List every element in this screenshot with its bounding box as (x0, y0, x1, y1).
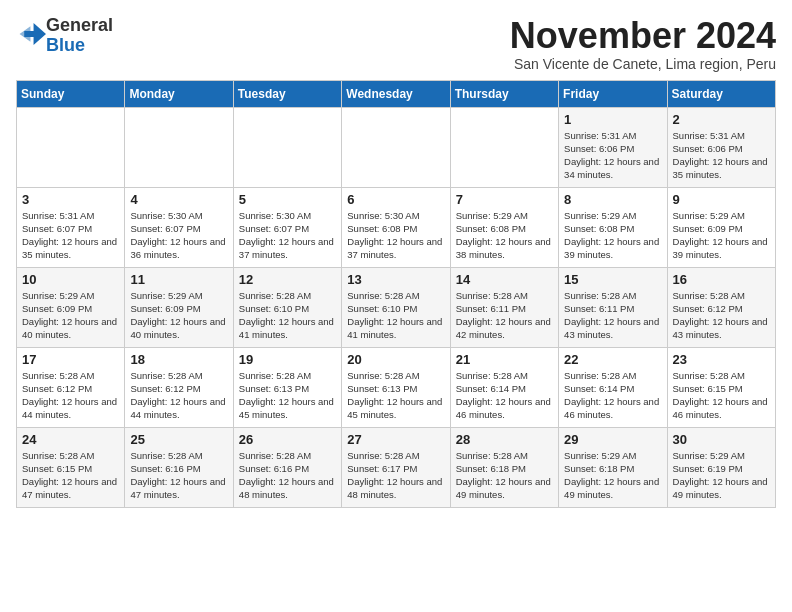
day-info: Sunrise: 5:28 AM Sunset: 6:12 PM Dayligh… (130, 369, 227, 422)
day-number: 22 (564, 352, 661, 367)
calendar-cell: 25Sunrise: 5:28 AM Sunset: 6:16 PM Dayli… (125, 427, 233, 507)
day-info: Sunrise: 5:29 AM Sunset: 6:18 PM Dayligh… (564, 449, 661, 502)
calendar-cell: 3Sunrise: 5:31 AM Sunset: 6:07 PM Daylig… (17, 187, 125, 267)
week-row-4: 17Sunrise: 5:28 AM Sunset: 6:12 PM Dayli… (17, 347, 776, 427)
weekday-header-wednesday: Wednesday (342, 80, 450, 107)
day-info: Sunrise: 5:29 AM Sunset: 6:09 PM Dayligh… (673, 209, 770, 262)
day-number: 19 (239, 352, 336, 367)
day-number: 30 (673, 432, 770, 447)
day-info: Sunrise: 5:28 AM Sunset: 6:18 PM Dayligh… (456, 449, 553, 502)
calendar-cell (125, 107, 233, 187)
day-info: Sunrise: 5:28 AM Sunset: 6:16 PM Dayligh… (130, 449, 227, 502)
calendar-cell (233, 107, 341, 187)
calendar-cell: 20Sunrise: 5:28 AM Sunset: 6:13 PM Dayli… (342, 347, 450, 427)
day-number: 1 (564, 112, 661, 127)
day-info: Sunrise: 5:28 AM Sunset: 6:14 PM Dayligh… (456, 369, 553, 422)
day-info: Sunrise: 5:28 AM Sunset: 6:12 PM Dayligh… (673, 289, 770, 342)
day-number: 8 (564, 192, 661, 207)
day-info: Sunrise: 5:30 AM Sunset: 6:07 PM Dayligh… (239, 209, 336, 262)
day-number: 17 (22, 352, 119, 367)
logo-icon (18, 20, 46, 48)
day-info: Sunrise: 5:28 AM Sunset: 6:10 PM Dayligh… (347, 289, 444, 342)
day-number: 5 (239, 192, 336, 207)
calendar-cell: 9Sunrise: 5:29 AM Sunset: 6:09 PM Daylig… (667, 187, 775, 267)
day-number: 7 (456, 192, 553, 207)
day-number: 18 (130, 352, 227, 367)
logo: General Blue (16, 16, 113, 56)
day-number: 6 (347, 192, 444, 207)
day-number: 26 (239, 432, 336, 447)
day-number: 12 (239, 272, 336, 287)
logo-blue-text: Blue (46, 35, 85, 55)
calendar-cell: 26Sunrise: 5:28 AM Sunset: 6:16 PM Dayli… (233, 427, 341, 507)
calendar-cell: 6Sunrise: 5:30 AM Sunset: 6:08 PM Daylig… (342, 187, 450, 267)
day-number: 20 (347, 352, 444, 367)
calendar-cell: 10Sunrise: 5:29 AM Sunset: 6:09 PM Dayli… (17, 267, 125, 347)
week-row-1: 1Sunrise: 5:31 AM Sunset: 6:06 PM Daylig… (17, 107, 776, 187)
calendar-cell: 30Sunrise: 5:29 AM Sunset: 6:19 PM Dayli… (667, 427, 775, 507)
day-info: Sunrise: 5:29 AM Sunset: 6:09 PM Dayligh… (22, 289, 119, 342)
day-info: Sunrise: 5:31 AM Sunset: 6:06 PM Dayligh… (673, 129, 770, 182)
day-info: Sunrise: 5:28 AM Sunset: 6:11 PM Dayligh… (456, 289, 553, 342)
calendar-cell (342, 107, 450, 187)
day-number: 2 (673, 112, 770, 127)
page-header: General Blue November 2024 San Vicente d… (16, 16, 776, 72)
calendar-cell: 2Sunrise: 5:31 AM Sunset: 6:06 PM Daylig… (667, 107, 775, 187)
calendar-cell: 23Sunrise: 5:28 AM Sunset: 6:15 PM Dayli… (667, 347, 775, 427)
day-info: Sunrise: 5:28 AM Sunset: 6:11 PM Dayligh… (564, 289, 661, 342)
day-number: 28 (456, 432, 553, 447)
day-number: 3 (22, 192, 119, 207)
calendar-cell: 18Sunrise: 5:28 AM Sunset: 6:12 PM Dayli… (125, 347, 233, 427)
calendar-cell: 8Sunrise: 5:29 AM Sunset: 6:08 PM Daylig… (559, 187, 667, 267)
day-info: Sunrise: 5:29 AM Sunset: 6:08 PM Dayligh… (564, 209, 661, 262)
calendar-cell: 13Sunrise: 5:28 AM Sunset: 6:10 PM Dayli… (342, 267, 450, 347)
day-info: Sunrise: 5:31 AM Sunset: 6:06 PM Dayligh… (564, 129, 661, 182)
day-info: Sunrise: 5:29 AM Sunset: 6:19 PM Dayligh… (673, 449, 770, 502)
day-info: Sunrise: 5:29 AM Sunset: 6:09 PM Dayligh… (130, 289, 227, 342)
calendar-cell: 12Sunrise: 5:28 AM Sunset: 6:10 PM Dayli… (233, 267, 341, 347)
location-subtitle: San Vicente de Canete, Lima region, Peru (510, 56, 776, 72)
calendar-cell (17, 107, 125, 187)
weekday-header-tuesday: Tuesday (233, 80, 341, 107)
calendar-cell: 15Sunrise: 5:28 AM Sunset: 6:11 PM Dayli… (559, 267, 667, 347)
day-info: Sunrise: 5:28 AM Sunset: 6:10 PM Dayligh… (239, 289, 336, 342)
weekday-header-monday: Monday (125, 80, 233, 107)
day-info: Sunrise: 5:28 AM Sunset: 6:12 PM Dayligh… (22, 369, 119, 422)
calendar-cell: 5Sunrise: 5:30 AM Sunset: 6:07 PM Daylig… (233, 187, 341, 267)
calendar-cell: 22Sunrise: 5:28 AM Sunset: 6:14 PM Dayli… (559, 347, 667, 427)
calendar-cell: 29Sunrise: 5:29 AM Sunset: 6:18 PM Dayli… (559, 427, 667, 507)
day-info: Sunrise: 5:28 AM Sunset: 6:15 PM Dayligh… (673, 369, 770, 422)
day-number: 16 (673, 272, 770, 287)
day-number: 25 (130, 432, 227, 447)
weekday-header-saturday: Saturday (667, 80, 775, 107)
calendar-table: SundayMondayTuesdayWednesdayThursdayFrid… (16, 80, 776, 508)
day-number: 4 (130, 192, 227, 207)
svg-marker-0 (24, 23, 46, 45)
day-info: Sunrise: 5:30 AM Sunset: 6:08 PM Dayligh… (347, 209, 444, 262)
calendar-cell: 11Sunrise: 5:29 AM Sunset: 6:09 PM Dayli… (125, 267, 233, 347)
day-number: 15 (564, 272, 661, 287)
week-row-5: 24Sunrise: 5:28 AM Sunset: 6:15 PM Dayli… (17, 427, 776, 507)
day-number: 24 (22, 432, 119, 447)
day-info: Sunrise: 5:28 AM Sunset: 6:13 PM Dayligh… (347, 369, 444, 422)
day-number: 11 (130, 272, 227, 287)
weekday-header-row: SundayMondayTuesdayWednesdayThursdayFrid… (17, 80, 776, 107)
calendar-cell: 19Sunrise: 5:28 AM Sunset: 6:13 PM Dayli… (233, 347, 341, 427)
calendar-cell: 14Sunrise: 5:28 AM Sunset: 6:11 PM Dayli… (450, 267, 558, 347)
day-info: Sunrise: 5:29 AM Sunset: 6:08 PM Dayligh… (456, 209, 553, 262)
logo-general-text: General (46, 15, 113, 35)
calendar-cell: 21Sunrise: 5:28 AM Sunset: 6:14 PM Dayli… (450, 347, 558, 427)
day-number: 14 (456, 272, 553, 287)
day-number: 23 (673, 352, 770, 367)
day-number: 27 (347, 432, 444, 447)
calendar-cell: 24Sunrise: 5:28 AM Sunset: 6:15 PM Dayli… (17, 427, 125, 507)
day-info: Sunrise: 5:31 AM Sunset: 6:07 PM Dayligh… (22, 209, 119, 262)
day-info: Sunrise: 5:28 AM Sunset: 6:14 PM Dayligh… (564, 369, 661, 422)
day-info: Sunrise: 5:28 AM Sunset: 6:13 PM Dayligh… (239, 369, 336, 422)
day-number: 21 (456, 352, 553, 367)
day-number: 13 (347, 272, 444, 287)
calendar-cell: 4Sunrise: 5:30 AM Sunset: 6:07 PM Daylig… (125, 187, 233, 267)
calendar-cell: 16Sunrise: 5:28 AM Sunset: 6:12 PM Dayli… (667, 267, 775, 347)
calendar-cell: 17Sunrise: 5:28 AM Sunset: 6:12 PM Dayli… (17, 347, 125, 427)
calendar-cell: 1Sunrise: 5:31 AM Sunset: 6:06 PM Daylig… (559, 107, 667, 187)
